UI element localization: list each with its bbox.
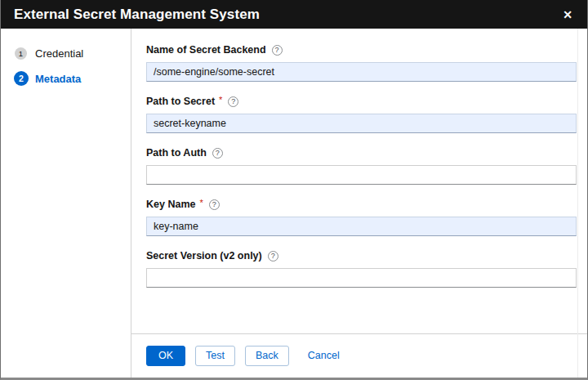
field-label: Secret Version (v2 only) <box>146 250 262 262</box>
required-asterisk: * <box>199 198 203 208</box>
field-label-row: Key Name * ? <box>146 199 577 210</box>
modal-header: External Secret Management System ✕ <box>1 0 587 29</box>
field-label: Key Name <box>146 199 195 210</box>
help-icon[interactable]: ? <box>228 96 238 107</box>
test-button[interactable]: Test <box>195 346 235 366</box>
wizard-step-metadata[interactable]: 2 Metadata <box>1 65 131 92</box>
step-label: Metadata <box>35 73 81 85</box>
step-number-badge: 2 <box>14 71 29 86</box>
modal-body: 1 Credential 2 Metadata Name of Secret B… <box>1 29 587 378</box>
scrollbar-track <box>577 29 578 378</box>
step-number-badge: 1 <box>15 47 27 60</box>
field-secret-backend: Name of Secret Backend ? <box>146 44 577 82</box>
close-icon[interactable]: ✕ <box>561 6 574 24</box>
field-label: Path to Secret <box>146 96 215 107</box>
field-path-to-secret: Path to Secret * ? <box>146 96 577 133</box>
help-icon[interactable]: ? <box>212 148 223 159</box>
external-secret-modal: External Secret Management System ✕ 1 Cr… <box>0 0 588 380</box>
required-asterisk: * <box>219 95 222 105</box>
field-label: Name of Secret Backend <box>146 44 266 56</box>
wizard-footer: OK Test Back Cancel <box>131 333 587 378</box>
secret-backend-input[interactable] <box>146 62 577 82</box>
help-icon[interactable]: ? <box>268 251 278 262</box>
wizard-step-nav: 1 Credential 2 Metadata <box>1 29 131 378</box>
wizard-main-panel: Name of Secret Backend ? Path to Secret … <box>131 29 587 378</box>
ok-button[interactable]: OK <box>146 346 185 366</box>
field-path-to-auth: Path to Auth ? <box>146 147 577 185</box>
field-label: Path to Auth <box>146 147 207 159</box>
field-label-row: Path to Auth ? <box>146 147 577 159</box>
field-label-row: Secret Version (v2 only) ? <box>146 250 577 262</box>
field-key-name: Key Name * ? <box>146 199 577 236</box>
secret-version-input[interactable] <box>146 268 577 288</box>
metadata-form: Name of Secret Backend ? Path to Secret … <box>131 29 587 333</box>
key-name-input[interactable] <box>146 217 577 236</box>
path-to-secret-input[interactable] <box>146 114 577 133</box>
field-secret-version: Secret Version (v2 only) ? <box>146 250 577 288</box>
help-icon[interactable]: ? <box>272 45 283 56</box>
field-label-row: Path to Secret * ? <box>146 96 577 107</box>
field-label-row: Name of Secret Backend ? <box>146 44 577 56</box>
help-icon[interactable]: ? <box>209 199 220 210</box>
back-button[interactable]: Back <box>245 346 289 366</box>
cancel-button[interactable]: Cancel <box>303 346 345 366</box>
step-label: Credential <box>35 47 83 60</box>
path-to-auth-input[interactable] <box>146 165 577 185</box>
wizard-step-credential[interactable]: 1 Credential <box>1 42 131 65</box>
modal-title: External Secret Management System <box>14 7 260 23</box>
